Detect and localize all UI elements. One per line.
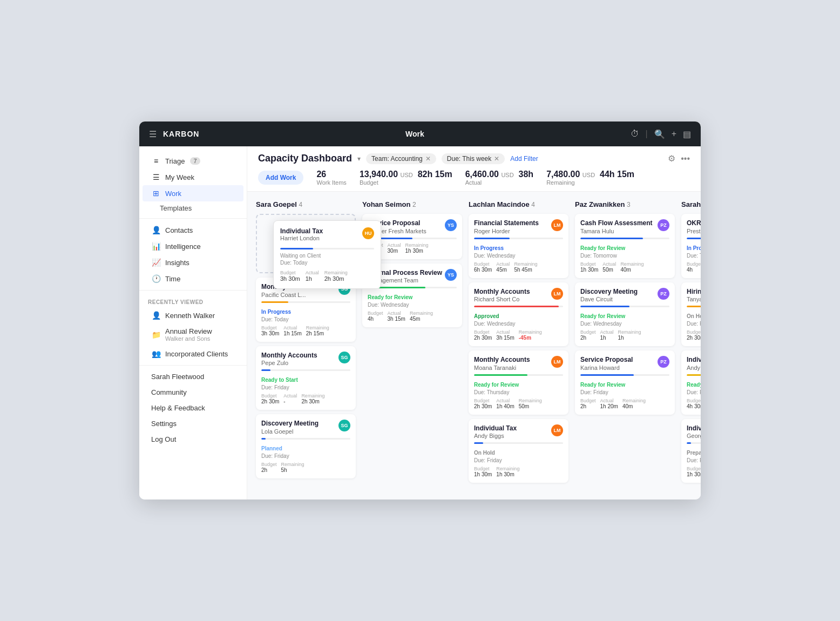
card-avatar: LM <box>551 219 563 231</box>
card-financial-statements-roger[interactable]: LM Financial Statements Roger Horder In … <box>469 214 568 278</box>
filter-due-label: Due: This week <box>447 155 491 163</box>
tooltip-progress <box>280 248 374 249</box>
app-logo: KARBON <box>163 130 199 138</box>
card-okr-coaching-prestige[interactable]: SF OKR Coaching Prestige Worldwid... In … <box>681 214 701 278</box>
my-week-icon: ☰ <box>151 173 161 181</box>
card-progress-fill <box>261 369 270 371</box>
card-stats: Budget4h 30m Actual3h 15m <box>687 398 701 409</box>
card-subtitle: Tanya Franks App... <box>687 296 701 302</box>
dashboard-body: Sara Goepel 4 Individual Tax Harriet Lon… <box>247 192 701 500</box>
card-individual-tax-andy-lachlan[interactable]: LM Individual Tax Andy Biggs On Hold Due… <box>469 419 568 483</box>
card-progress-bar <box>474 442 563 444</box>
recently-viewed-title: RECENTLY VIEWED <box>139 294 247 307</box>
stat-work-items: 26 Work Items <box>316 170 346 186</box>
sidebar-item-work[interactable]: ⊞ Work <box>143 185 243 201</box>
layout-icon[interactable]: ▤ <box>683 129 691 139</box>
more-options-icon[interactable]: ••• <box>681 154 690 164</box>
card-discovery-meeting-dave[interactable]: PZ Discovery Meeting Dave Circuit Ready … <box>575 282 675 347</box>
card-title: Monthly Accounts <box>474 288 563 296</box>
sidebar-item-community[interactable]: Community <box>143 384 243 400</box>
nav-icons: ⏱ | 🔍 + ▤ <box>631 129 692 139</box>
card-subtitle: Dave Circuit <box>580 296 669 302</box>
help-label: Help & Feedback <box>151 404 205 412</box>
card-individual-tax-andy-sf[interactable]: SF Individual Tax Andy Biggs Ready to E-… <box>681 350 701 415</box>
card-avatar: YS <box>445 219 457 231</box>
tooltip-stats: Budget 3h 30m Actual 1h Remaining 2h 30m <box>280 270 374 282</box>
triage-badge: 7 <box>190 157 200 165</box>
card-status: Ready for Review <box>368 294 412 301</box>
column-header-sarah-fleetwood: Sarah Fleetwood 4 <box>681 200 701 208</box>
hamburger-icon[interactable]: ☰ <box>149 129 157 139</box>
card-cash-flow-tamara[interactable]: PZ Cash Flow Assessment Tamara Hulu Read… <box>575 214 675 278</box>
card-subtitle: Pepe Zulo <box>261 360 350 366</box>
filter-chip-team[interactable]: Team: Accounting ✕ <box>366 153 436 164</box>
column-header-paz-zwanikken: Paz Zwanikken 3 <box>575 200 675 208</box>
card-stats: Budget1h 30m <box>687 466 701 477</box>
sidebar-item-annual-review[interactable]: 📁 Annual Review Walker and Sons <box>143 323 243 346</box>
card-progress-fill <box>261 301 288 303</box>
card-service-proposal-karina[interactable]: PZ Service Proposal Karina Howard Ready … <box>575 350 675 415</box>
folder-icon-ar: 📁 <box>151 330 161 339</box>
add-filter-button[interactable]: Add Filter <box>510 155 538 163</box>
card-progress-bar <box>687 238 701 239</box>
card-monthly-accounts-pepe[interactable]: SG Monthly Accounts Pepe Zulo Ready to S… <box>256 346 356 410</box>
card-hiring-process-tanya[interactable]: SF Hiring Process Tanya Franks App... On… <box>681 282 701 347</box>
sidebar-item-logout[interactable]: Log Out <box>143 431 243 447</box>
sidebar-divider-1 <box>139 218 247 219</box>
templates-label: Templates <box>160 204 192 212</box>
card-avatar: SG <box>338 352 350 363</box>
placeholder-card: Individual Tax Harriet London HU Waiting… <box>256 214 356 273</box>
header-actions: ⚙ ••• <box>668 153 690 164</box>
sidebar-item-time[interactable]: 🕐 Time <box>143 271 243 287</box>
card-stats: Budget4h Actual50m <box>687 261 701 273</box>
sidebar-item-intelligence[interactable]: 📊 Intelligence <box>143 238 243 254</box>
card-subtitle: Roger Horder <box>474 228 563 234</box>
sidebar-item-sarah-fleetwood[interactable]: Sarah Fleetwood <box>143 369 243 384</box>
sidebar-item-settings[interactable]: Settings <box>143 416 243 431</box>
card-status: Ready for Review <box>580 381 625 388</box>
add-work-button[interactable]: Add Work <box>258 171 303 185</box>
filter-team-label: Team: Accounting <box>371 155 423 163</box>
sidebar-item-templates[interactable]: Templates <box>139 201 247 215</box>
card-progress-bar <box>261 301 350 303</box>
sidebar-item-kenneth-walker[interactable]: 👤 Kenneth Walker <box>143 307 243 323</box>
sidebar-item-triage[interactable]: ≡ Triage 7 <box>143 153 243 169</box>
sidebar-item-contacts[interactable]: 👤 Contacts <box>143 222 243 238</box>
card-monthly-accounts-moana[interactable]: LM Monthly Accounts Moana Taranaki Ready… <box>469 350 568 415</box>
search-icon[interactable]: 🔍 <box>654 129 665 139</box>
title-chevron-icon[interactable]: ▾ <box>357 155 361 163</box>
card-progress-bar <box>474 238 563 239</box>
card-due-date: Due: Friday <box>687 457 701 463</box>
content-area: Capacity Dashboard ▾ Team: Accounting ✕ … <box>247 146 701 500</box>
card-discovery-meeting-lola[interactable]: SG Discovery Meeting Lola Goepel Planned… <box>256 414 356 478</box>
card-individual-tax-george[interactable]: SF Individual Tax George Jamison Prepari… <box>681 419 701 483</box>
card-progress-fill <box>474 374 527 376</box>
sidebar-item-insights[interactable]: 📈 Insights <box>143 254 243 271</box>
sidebar-item-help[interactable]: Help & Feedback <box>143 400 243 416</box>
card-status: Ready for Review <box>474 381 519 388</box>
card-subtitle: Tamara Hulu <box>580 228 669 234</box>
filter-due-close-icon[interactable]: ✕ <box>494 155 499 163</box>
card-stats: Budget2h 30m Actual3h 15m Remaining-45m <box>474 329 563 341</box>
filter-adjust-icon[interactable]: ⚙ <box>668 153 675 164</box>
budget-value: 13,940.00 USD 82h 15m <box>360 170 452 179</box>
remaining-label: Remaining <box>546 179 634 186</box>
add-icon[interactable]: + <box>672 129 676 139</box>
card-progress-fill <box>474 238 510 239</box>
card-status: Ready to Start <box>261 376 298 383</box>
sidebar-item-incorporated[interactable]: 👥 Incorporated Clients <box>143 346 243 362</box>
card-title: Monthly Accounts <box>474 356 563 364</box>
card-status: In Progress <box>474 245 504 252</box>
card-stats: Budget1h 30m Remaining1h 30m <box>474 466 563 477</box>
card-monthly-accounts-richard[interactable]: LM Monthly Accounts Richard Short Co App… <box>469 282 568 347</box>
card-stats: Budget2h Actual1h Remaining1h <box>580 329 669 341</box>
sidebar-item-my-week[interactable]: ☰ My Week <box>143 169 243 185</box>
filter-team-close-icon[interactable]: ✕ <box>425 155 431 163</box>
work-icon: ⊞ <box>151 189 161 198</box>
app-window: ☰ KARBON Work ⏱ | 🔍 + ▤ ≡ Triage 7 ☰ My … <box>139 122 701 500</box>
card-progress-bar <box>580 374 669 376</box>
card-stats: Budget1h 30m Actual50m Remaining40m <box>580 261 669 273</box>
card-progress-bar <box>687 374 701 376</box>
filter-chip-due[interactable]: Due: This week ✕ <box>442 153 505 164</box>
timer-icon[interactable]: ⏱ <box>631 129 639 139</box>
